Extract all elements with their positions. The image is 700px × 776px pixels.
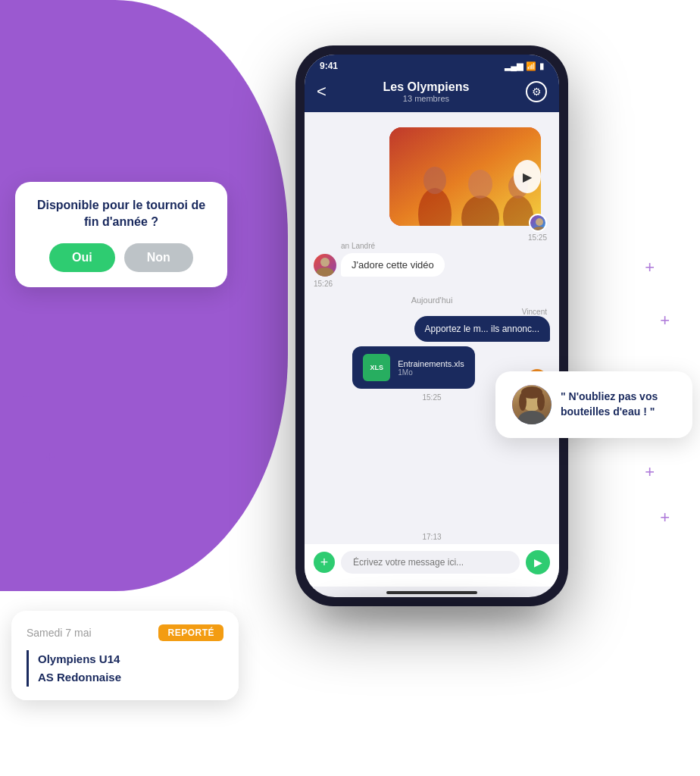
- voice-quote-text: " N'oubliez pas vos bouteilles d'eau ! ": [561, 390, 676, 419]
- home-indicator: [386, 591, 477, 594]
- decorative-plus: +: [660, 311, 670, 330]
- battery-icon: ▮: [539, 61, 544, 71]
- send-button[interactable]: ▶: [526, 550, 550, 574]
- svg-point-17: [518, 411, 545, 424]
- vincent-text: Apportez le m... ils annonc...: [425, 324, 539, 334]
- xls-icon: XLS: [363, 354, 390, 381]
- decorative-plus: +: [45, 447, 55, 467]
- svg-point-2: [423, 167, 446, 194]
- team2-name: AS Redonnaise: [38, 668, 223, 687]
- team-photo: [389, 127, 514, 226]
- decorative-plus: +: [645, 258, 655, 277]
- bottom-time: 17:13: [305, 530, 559, 544]
- send-icon: ▶: [534, 556, 542, 568]
- avatar-svg: [530, 215, 547, 232]
- app-header: < Les Olympiens 13 membres ⚙: [305, 74, 559, 112]
- text-message-row: J'adore cette vidéo: [305, 250, 559, 280]
- landre-avatar-svg: [314, 254, 336, 277]
- attachment-button[interactable]: +: [314, 552, 335, 573]
- voice-avatar-svg: [512, 385, 552, 424]
- gear-icon: ⚙: [532, 86, 542, 98]
- background-blob: [0, 0, 288, 591]
- decorative-plus: +: [645, 462, 655, 482]
- group-name: Les Olympiens: [383, 80, 470, 94]
- video-thumbnail[interactable]: ▶: [389, 127, 541, 226]
- header-title-block: Les Olympiens 13 membres: [383, 80, 470, 103]
- svg-point-7: [536, 218, 543, 226]
- wifi-icon: 📶: [526, 61, 536, 71]
- poll-buttons: Oui Non: [33, 243, 209, 272]
- svg-point-9: [320, 258, 330, 267]
- team1-name: Olympiens U14: [38, 650, 223, 668]
- vincent-message: Apportez le m... ils annonc...: [414, 316, 550, 342]
- signal-icon: ▂▄▆: [505, 61, 523, 71]
- phone-mockup: 9:41 ▂▄▆ 📶 ▮ < Les Olympiens 13 membres …: [295, 45, 568, 606]
- back-button[interactable]: <: [317, 82, 327, 102]
- video-message[interactable]: ▶: [389, 127, 541, 226]
- video-message-wrapper: ▶ 15:25: [305, 112, 559, 242]
- file-name: Entrainements.xls: [398, 359, 464, 368]
- event-card: Samedi 7 mai REPORTÉ Olympiens U14 AS Re…: [11, 611, 239, 700]
- play-button[interactable]: ▶: [514, 160, 541, 193]
- decorative-plus: +: [660, 508, 670, 527]
- text-bubble-left: J'adore cette vidéo: [341, 253, 445, 277]
- sender-avatar-video: [529, 214, 547, 232]
- voice-avatar-image: [512, 385, 552, 424]
- plus-icon: +: [320, 555, 329, 571]
- poll-card: Disponible pour le tournoi de fin d'anné…: [15, 182, 227, 287]
- member-count: 13 membres: [383, 94, 470, 103]
- svg-point-15: [519, 393, 527, 411]
- decorative-plus: +: [23, 386, 33, 406]
- status-time: 9:41: [320, 61, 338, 71]
- file-info: Entrainements.xls 1Mo: [398, 359, 464, 377]
- status-bar: 9:41 ▂▄▆ 📶 ▮: [305, 55, 559, 74]
- file-attachment[interactable]: XLS Entrainements.xls 1Mo: [352, 346, 474, 389]
- landre-avatar: [314, 254, 336, 277]
- phone-shadow: [318, 599, 545, 621]
- decorative-plus: +: [23, 326, 33, 346]
- vincent-label: Vincent: [305, 308, 559, 316]
- chat-area[interactable]: ▶ 15:25 an Landré: [305, 112, 559, 544]
- event-badge: REPORTÉ: [158, 624, 223, 641]
- phone-body: 9:41 ▂▄▆ 📶 ▮ < Les Olympiens 13 membres …: [295, 45, 568, 606]
- decorative-plus: +: [23, 493, 33, 512]
- status-icons: ▂▄▆ 📶 ▮: [505, 61, 544, 71]
- non-button[interactable]: Non: [124, 243, 193, 272]
- poll-question: Disponible pour le tournoi de fin d'anné…: [33, 197, 209, 231]
- oui-button[interactable]: Oui: [49, 243, 115, 272]
- svg-point-16: [537, 393, 545, 411]
- sender-name-label: an Landré: [332, 242, 559, 250]
- event-teams: Olympiens U14 AS Redonnaise: [27, 650, 223, 687]
- date-divider: Aujourd'hui: [305, 289, 559, 308]
- file-size: 1Mo: [398, 368, 464, 377]
- svg-point-4: [468, 170, 492, 199]
- video-time: 15:25: [314, 233, 550, 242]
- voice-sender-avatar: [512, 385, 552, 424]
- svg-point-10: [316, 268, 334, 277]
- voice-card: " N'oubliez pas vos bouteilles d'eau ! ": [495, 371, 692, 438]
- event-header: Samedi 7 mai REPORTÉ: [27, 624, 223, 641]
- left-msg-time: 15:26: [305, 280, 559, 289]
- svg-point-8: [532, 227, 547, 232]
- phone-screen: 9:41 ▂▄▆ 📶 ▮ < Les Olympiens 13 membres …: [305, 55, 559, 597]
- message-input[interactable]: [341, 551, 520, 574]
- message-text: J'adore cette vidéo: [352, 259, 434, 271]
- message-input-bar: + ▶: [305, 544, 559, 587]
- settings-button[interactable]: ⚙: [526, 81, 547, 102]
- event-date: Samedi 7 mai: [27, 627, 92, 639]
